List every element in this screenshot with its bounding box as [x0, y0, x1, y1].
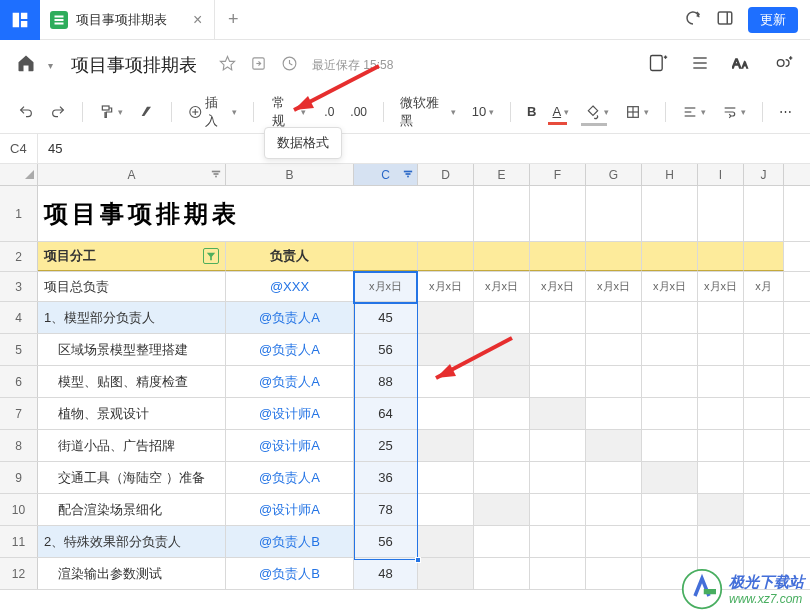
cell[interactable] — [642, 366, 698, 397]
cell-reference[interactable]: C4 — [0, 134, 38, 163]
cell[interactable] — [586, 366, 642, 397]
cell-b[interactable]: @设计师A — [226, 398, 354, 429]
cell-c[interactable]: 25 — [354, 430, 418, 461]
tab-close-icon[interactable]: × — [193, 11, 202, 29]
cell[interactable] — [642, 186, 698, 241]
col-header-f[interactable]: F — [530, 164, 586, 185]
cell[interactable] — [744, 398, 784, 429]
cell[interactable] — [530, 302, 586, 333]
borders-button[interactable]: ▾ — [619, 100, 655, 124]
clear-format-button[interactable] — [133, 100, 161, 124]
bold-button[interactable]: B — [521, 100, 542, 123]
cell[interactable]: x月x日 — [642, 272, 698, 301]
cell[interactable] — [744, 334, 784, 365]
col-header-g[interactable]: G — [586, 164, 642, 185]
menu-icon[interactable] — [690, 53, 710, 77]
cell[interactable] — [530, 494, 586, 525]
cell[interactable] — [530, 398, 586, 429]
cell[interactable] — [418, 462, 474, 493]
row-header[interactable]: 3 — [0, 272, 38, 301]
cell-a[interactable]: 渲染输出参数测试 — [38, 558, 226, 589]
header-cell[interactable] — [642, 242, 698, 271]
cell[interactable] — [418, 302, 474, 333]
row-header[interactable]: 11 — [0, 526, 38, 557]
row-header[interactable]: 4 — [0, 302, 38, 333]
cell[interactable] — [418, 430, 474, 461]
cell[interactable] — [418, 558, 474, 589]
cell[interactable] — [642, 302, 698, 333]
cell[interactable] — [586, 558, 642, 589]
wrap-button[interactable]: ▾ — [716, 100, 752, 124]
sheet-title-cell[interactable]: 项目事项排期表 — [38, 186, 418, 241]
more-button[interactable]: ⋯ — [773, 100, 798, 123]
row-header[interactable]: 8 — [0, 430, 38, 461]
cell[interactable] — [744, 462, 784, 493]
cell[interactable] — [586, 430, 642, 461]
cell[interactable] — [642, 430, 698, 461]
insert-button[interactable]: 插入▾ — [182, 90, 243, 134]
cell[interactable] — [642, 398, 698, 429]
sidebar-toggle-icon[interactable] — [716, 9, 734, 31]
cell[interactable] — [586, 334, 642, 365]
col-header-a[interactable]: A — [38, 164, 226, 185]
cell[interactable] — [474, 430, 530, 461]
cell[interactable]: x月x日 — [474, 272, 530, 301]
cell-a[interactable]: 交通工具（海陆空 ）准备 — [38, 462, 226, 493]
cell-c[interactable]: 56 — [354, 526, 418, 557]
cell[interactable] — [474, 366, 530, 397]
cell[interactable]: x月 — [744, 272, 784, 301]
cell[interactable] — [474, 334, 530, 365]
cell[interactable] — [698, 334, 744, 365]
increase-decimal-button[interactable]: .00 — [344, 101, 373, 123]
number-format-dropdown[interactable]: 常规▾ 数据格式 — [264, 91, 314, 133]
cell[interactable] — [474, 494, 530, 525]
share-icon[interactable] — [774, 53, 794, 77]
cell[interactable] — [744, 526, 784, 557]
col-header-c[interactable]: C — [354, 164, 418, 185]
cell[interactable] — [642, 526, 698, 557]
cell-a[interactable]: 2、特殊效果部分负责人 — [38, 526, 226, 557]
cell[interactable] — [474, 186, 530, 241]
cell[interactable] — [744, 430, 784, 461]
cell[interactable] — [642, 462, 698, 493]
row-header[interactable]: 2 — [0, 242, 38, 271]
cell-b[interactable]: @负责人B — [226, 558, 354, 589]
cell-c[interactable]: 45 — [354, 302, 418, 333]
cell[interactable] — [642, 334, 698, 365]
header-cell[interactable] — [474, 242, 530, 271]
cell-a[interactable]: 植物、景观设计 — [38, 398, 226, 429]
cell[interactable] — [744, 186, 784, 241]
cell[interactable]: x月x日 — [530, 272, 586, 301]
header-cell[interactable] — [586, 242, 642, 271]
font-size-dropdown[interactable]: 10▾ — [466, 100, 500, 123]
row-header[interactable]: 10 — [0, 494, 38, 525]
header-cell[interactable] — [418, 242, 474, 271]
star-icon[interactable] — [219, 55, 236, 76]
cell[interactable] — [418, 186, 474, 241]
col-header-i[interactable]: I — [698, 164, 744, 185]
cell[interactable] — [698, 186, 744, 241]
col-header-j[interactable]: J — [744, 164, 784, 185]
header-cell-c[interactable] — [354, 242, 418, 271]
formula-value[interactable]: 45 — [38, 141, 62, 156]
tab-document[interactable]: 项目事项排期表 × — [40, 0, 215, 40]
filter-icon[interactable] — [203, 248, 219, 264]
row-header[interactable]: 12 — [0, 558, 38, 589]
cell[interactable] — [586, 302, 642, 333]
cell-b[interactable]: @负责人B — [226, 526, 354, 557]
spreadsheet[interactable]: A B C D E F G H I J 1项目事项排期表2项目分工负责人3项目总… — [0, 164, 810, 590]
cell-a[interactable]: 模型、贴图、精度检查 — [38, 366, 226, 397]
row-header[interactable]: 5 — [0, 334, 38, 365]
cell[interactable] — [474, 526, 530, 557]
format-painter-button[interactable]: ▾ — [93, 100, 129, 124]
cell[interactable] — [418, 526, 474, 557]
cell-c[interactable]: 48 — [354, 558, 418, 589]
selection-handle[interactable] — [415, 557, 421, 563]
cell[interactable] — [474, 462, 530, 493]
align-button[interactable]: ▾ — [676, 100, 712, 124]
cell-b[interactable]: @设计师A — [226, 430, 354, 461]
tab-add-button[interactable]: + — [215, 9, 251, 30]
cell[interactable] — [698, 398, 744, 429]
row-header[interactable]: 7 — [0, 398, 38, 429]
cell[interactable] — [474, 302, 530, 333]
